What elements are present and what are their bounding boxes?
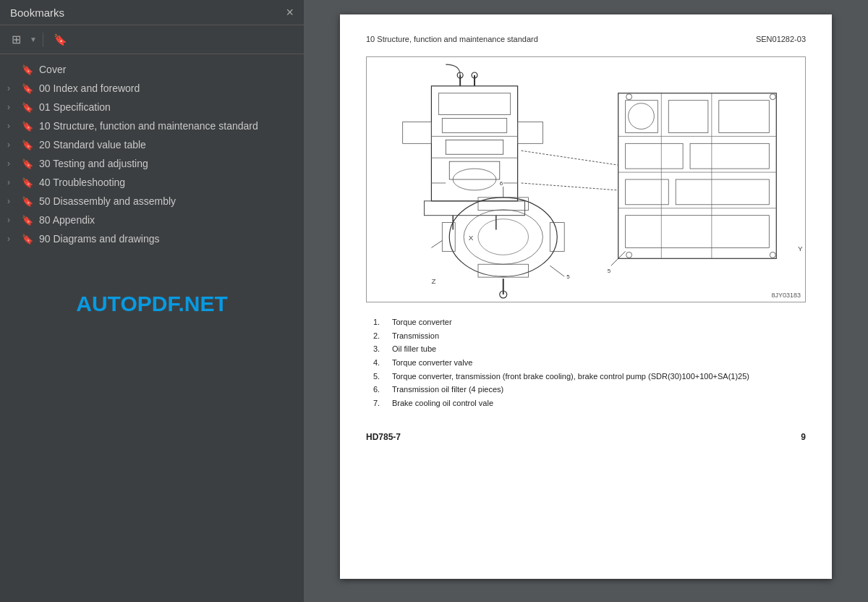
part-num: 5. — [373, 370, 388, 383]
bookmark-icon-standard: 🔖 — [22, 140, 33, 150]
part-label: Transmission — [392, 329, 439, 343]
bookmark-label-trouble: 40 Troubleshooting — [39, 177, 297, 188]
grid-icon: ⊞ — [12, 33, 21, 46]
bookmark-item-standard[interactable]: › 🔖 20 Standard value table — [0, 135, 304, 154]
grid-view-button[interactable]: ⊞ — [7, 30, 25, 49]
svg-point-42 — [629, 103, 655, 130]
bookmark-icon-trouble: 🔖 — [22, 177, 33, 188]
page-header-left: 10 Structure, function and maintenance s… — [366, 35, 538, 43]
part-num: 4. — [373, 356, 388, 370]
part-num: 7. — [373, 397, 388, 410]
svg-rect-10 — [449, 161, 500, 179]
svg-rect-35 — [618, 93, 777, 258]
bookmark-icon-spec: 🔖 — [22, 102, 33, 113]
svg-point-22 — [478, 219, 529, 255]
bookmark-item-cover[interactable]: 🔖 Cover — [0, 60, 304, 79]
bookmark-icon-testing: 🔖 — [22, 158, 33, 169]
page-header-right: SEN01282-03 — [756, 35, 806, 43]
sidebar-title: Bookmarks — [10, 7, 64, 19]
part-label: Oil filler tube — [392, 342, 436, 356]
svg-rect-49 — [626, 216, 770, 248]
parts-list: 1.Torque converter2.Transmission3.Oil fi… — [366, 315, 806, 410]
part-item: 2.Transmission — [373, 329, 806, 343]
close-button[interactable]: × — [286, 6, 294, 19]
bookmark-expand-button[interactable]: 🔖 — [49, 30, 72, 49]
bookmark-label-spec: 01 Specification — [39, 101, 297, 113]
bookmark-item-diagrams[interactable]: › 🔖 90 Diagrams and drawings — [0, 229, 304, 248]
sidebar-header: Bookmarks × — [0, 0, 304, 25]
bookmark-label-appendix: 80 Appendix — [39, 214, 297, 226]
page-header: 10 Structure, function and maintenance s… — [366, 35, 806, 43]
bookmark-item-spec[interactable]: › 🔖 01 Specification — [0, 98, 304, 116]
sidebar-toolbar: ⊞ ▼ 🔖 — [0, 25, 304, 54]
footer-model: HD785-7 — [366, 432, 401, 442]
bookmark-label-cover: Cover — [39, 64, 297, 75]
page-container: 10 Structure, function and maintenance s… — [340, 14, 832, 579]
diagram-code: 8JY03183 — [771, 292, 801, 299]
toolbar-divider — [43, 33, 43, 47]
svg-text:5: 5 — [608, 268, 611, 274]
bookmark-item-structure[interactable]: › 🔖 10 Structure, function and maintenan… — [0, 116, 304, 135]
bookmark-list: 🔖 Cover › 🔖 00 Index and foreword › 🔖 01… — [0, 54, 304, 602]
expand-arrow-standard: › — [7, 140, 19, 150]
bookmark-icon-structure: 🔖 — [22, 121, 33, 132]
part-item: 6.Transmission oil filter (4 pieces) — [373, 383, 806, 397]
svg-rect-48 — [676, 179, 769, 205]
bookmark-item-trouble[interactable]: › 🔖 40 Troubleshooting — [0, 173, 304, 192]
part-item: 1.Torque converter — [373, 315, 806, 329]
bookmark-item-disassembly[interactable]: › 🔖 50 Disassembly and assembly — [0, 192, 304, 211]
diagram-box: X — [366, 56, 806, 302]
part-label: Transmission oil filter (4 pieces) — [392, 383, 503, 397]
sidebar: Bookmarks × ⊞ ▼ 🔖 🔖 Cover › 🔖 00 Index a… — [0, 0, 304, 602]
expand-arrow-structure: › — [7, 121, 19, 131]
svg-line-32 — [431, 240, 442, 247]
engine-diagram: X — [367, 57, 805, 302]
part-label: Torque converter valve — [392, 356, 472, 370]
toolbar-arrow: ▼ — [30, 35, 37, 43]
svg-rect-12 — [518, 122, 543, 144]
expand-arrow-spec: › — [7, 102, 19, 112]
svg-line-30 — [550, 266, 564, 276]
svg-rect-9 — [446, 140, 503, 154]
part-num: 3. — [373, 342, 388, 356]
part-item: 5.Torque converter, transmission (front … — [373, 370, 806, 383]
part-num: 2. — [373, 329, 388, 343]
expand-arrow-diagrams: › — [7, 234, 19, 244]
bookmark-item-index[interactable]: › 🔖 00 Index and foreword — [0, 79, 304, 98]
bookmark-icon-diagrams: 🔖 — [22, 234, 33, 245]
bookmark-label-index: 00 Index and foreword — [39, 82, 297, 94]
svg-text:6: 6 — [500, 180, 503, 187]
svg-line-57 — [522, 150, 618, 165]
svg-rect-41 — [626, 101, 658, 133]
expand-arrow-index: › — [7, 83, 19, 93]
bookmark-label-testing: 30 Testing and adjusting — [39, 158, 297, 169]
part-label: Torque converter — [392, 315, 452, 329]
part-num: 1. — [373, 315, 388, 329]
bookmark-item-testing[interactable]: › 🔖 30 Testing and adjusting — [0, 154, 304, 173]
svg-point-53 — [770, 252, 775, 258]
part-item: 3.Oil filler tube — [373, 342, 806, 356]
svg-point-51 — [770, 94, 775, 100]
bookmark-item-appendix[interactable]: › 🔖 80 Appendix — [0, 211, 304, 229]
svg-line-58 — [522, 183, 618, 190]
svg-point-50 — [626, 94, 632, 100]
svg-text:Y: Y — [798, 245, 803, 253]
part-item: 4.Torque converter valve — [373, 356, 806, 370]
svg-rect-2 — [442, 119, 506, 133]
svg-rect-46 — [690, 143, 769, 169]
svg-rect-45 — [626, 143, 683, 169]
part-label: Torque converter, transmission (front br… — [392, 370, 749, 383]
bookmark-icon: 🔖 — [54, 33, 67, 46]
bookmark-label-diagrams: 90 Diagrams and drawings — [39, 233, 297, 245]
svg-point-20 — [449, 198, 557, 276]
bookmark-label-standard: 20 Standard value table — [39, 139, 297, 150]
part-item: 7.Brake cooling oil control vale — [373, 397, 806, 410]
bookmark-label-structure: 10 Structure, function and maintenance s… — [39, 120, 297, 132]
bookmark-label-disassembly: 50 Disassembly and assembly — [39, 195, 297, 207]
page-footer: HD785-7 9 — [366, 432, 806, 442]
svg-point-21 — [464, 210, 542, 265]
part-label: Brake cooling oil control vale — [392, 397, 493, 410]
svg-rect-0 — [431, 86, 517, 201]
expand-arrow-disassembly: › — [7, 196, 19, 206]
svg-rect-44 — [719, 101, 770, 133]
